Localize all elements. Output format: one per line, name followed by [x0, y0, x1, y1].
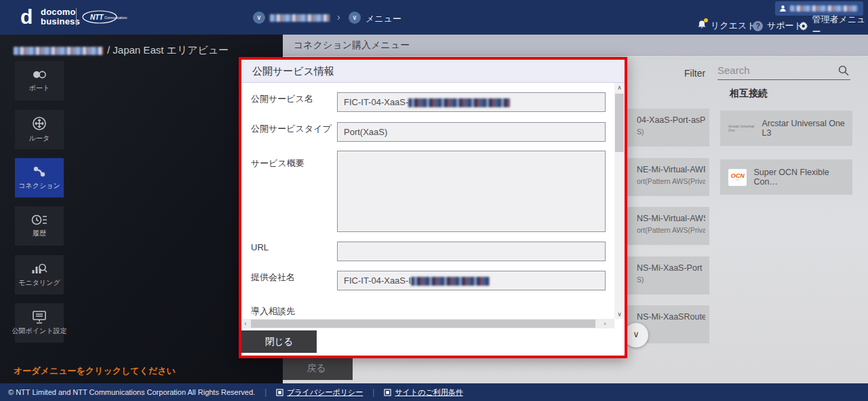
user-icon [779, 5, 787, 12]
interconnect-card-label: Super OCN Flexible Con… [753, 168, 847, 187]
vertical-scroll-thumb[interactable] [615, 94, 624, 152]
ntt-communications-logo: NTT Communications [82, 9, 130, 24]
sidebar-item-label: 履歴 [33, 229, 46, 238]
tenant-title-redacted [14, 47, 103, 55]
copyright-text: © NTT Limited and NTT Communications Cor… [8, 388, 255, 396]
modal-title: 公開サービス情報 [241, 60, 625, 83]
field-label-consult: 導入相談先 [251, 305, 295, 318]
area-view-title: / Japan East エリアビュー [14, 44, 229, 57]
interconnection-heading: 相互接続 [730, 88, 768, 100]
header-nav-support[interactable]: ? サポート [753, 20, 803, 32]
scroll-down-button[interactable]: ∨ [624, 323, 648, 347]
history-icon [31, 214, 47, 226]
back-button[interactable]: 戻る [280, 356, 353, 380]
notification-dot [704, 18, 708, 22]
field-label-service-name: 公開サービス名 [251, 93, 313, 105]
horizontal-scroll-thumb[interactable] [251, 320, 595, 328]
search-icon[interactable] [838, 65, 849, 76]
scroll-left-arrow[interactable]: ‹ [241, 319, 250, 328]
search-input[interactable] [717, 62, 833, 79]
modal-horizontal-scrollbar[interactable]: ‹ › [241, 319, 614, 328]
breadcrumb-separator: › [337, 12, 340, 22]
service-card[interactable]: 04-XaaS-Port-asPath… S) [617, 109, 709, 147]
url-input[interactable] [337, 242, 606, 261]
chevron-down-icon[interactable]: ∨ [253, 12, 265, 24]
search-field [717, 62, 850, 80]
service-card[interactable]: NS-Mi-XaaS-Port S) [617, 256, 709, 294]
ocn-logo-sub: ━━━ [736, 179, 739, 181]
terms-link[interactable]: サイトのご利用条件 [384, 387, 462, 398]
service-card-title: NS-Mi-XaaSRouter [637, 312, 705, 322]
logo-divider [76, 8, 77, 26]
interconnect-card-arcstar[interactable]: Arcstar Universal One Arcstar Universal … [720, 111, 852, 146]
service-name-input[interactable]: FIC-IT-04-XaaS- [337, 92, 606, 112]
filter-label: Filter [684, 68, 705, 79]
service-card[interactable]: NE-Mi-Virtual-AWPri… ort(Pattern AWS(Pri… [617, 158, 709, 196]
redacted-text [408, 98, 510, 107]
summary-textarea[interactable] [337, 151, 606, 232]
service-type-input[interactable]: Port(XaaS) [337, 122, 606, 142]
docomo-logo-glyph: d [20, 5, 33, 28]
interconnect-card-label: Arcstar Universal One L3 [762, 119, 847, 138]
header-nav-requests[interactable]: リクエスト [697, 20, 756, 32]
sidebar-item-history[interactable]: 履歴 [15, 206, 64, 246]
logo-line2: business [41, 17, 80, 26]
company-value: FIC-IT-04-XaaS-I [344, 275, 411, 286]
connection-icon [31, 165, 47, 178]
sidebar-item-connection[interactable]: コネクション [15, 158, 64, 197]
sidebar-item-label: 公開ポイント設定 [12, 326, 67, 336]
service-card-subtitle: ort(Pattern AWS(Private V… [637, 177, 705, 185]
help-icon: ? [753, 21, 763, 31]
service-card-subtitle: S) [637, 275, 705, 284]
public-service-info-modal: 公開サービス情報 公開サービス名 FIC-IT-04-XaaS- 公開サービスタ… [239, 57, 627, 358]
service-card[interactable]: NS-Mi-Virtual-AWS ort(Pattern AWS(Privat… [617, 207, 709, 245]
breadcrumb-menu[interactable]: メニュー [366, 13, 401, 25]
logo-line1: docomo [41, 7, 80, 17]
privacy-policy-link[interactable]: プライバシーポリシー [276, 387, 363, 398]
sidebar-item-label: ルータ [29, 134, 50, 143]
gear-icon [799, 21, 808, 31]
field-label-url: URL [251, 242, 269, 252]
svg-text:Communications: Communications [104, 16, 127, 20]
monitoring-icon [31, 262, 47, 275]
sidebar-item-public-point-settings[interactable]: 公開ポイント設定 [15, 303, 64, 343]
app-header: d docomo business NTT Communications ∨ ›… [0, 0, 868, 35]
service-card-title: NS-Mi-Virtual-AWS [637, 214, 705, 223]
field-label-company: 提供会社名 [251, 271, 295, 284]
external-link-icon [384, 389, 391, 396]
field-label-service-type: 公開サービスタイプ [251, 123, 332, 135]
interconnect-card-ocn[interactable]: OCN ━━━ Super OCN Flexible Con… [720, 159, 852, 195]
close-button[interactable]: 閉じる [241, 330, 317, 353]
scroll-down-arrow[interactable]: ∨ [614, 309, 625, 319]
svg-text:NTT: NTT [90, 14, 104, 21]
order-menu-hint: オーダメニューをクリックしてください [14, 365, 176, 377]
scroll-right-arrow[interactable]: › [601, 319, 609, 328]
external-link-icon [276, 389, 283, 396]
sidebar-item-monitoring[interactable]: モニタリング [15, 255, 64, 294]
service-card-subtitle: S) [637, 128, 705, 136]
service-type-value: Port(XaaS) [344, 127, 387, 137]
tenant-name-redacted[interactable] [270, 14, 330, 22]
area-view-title-text: / Japan East エリアビュー [107, 44, 229, 56]
panel-title: コネクション購入メニュー [294, 39, 410, 52]
company-input[interactable]: FIC-IT-04-XaaS-I [337, 271, 606, 290]
service-card-title: NE-Mi-Virtual-AWPri… [637, 165, 705, 174]
support-label: サポート [767, 20, 803, 32]
docomo-business-logo: docomo business [41, 7, 80, 26]
field-label-summary: サービス概要 [251, 157, 304, 170]
modal-vertical-scrollbar[interactable]: ∧ ∨ [614, 83, 625, 319]
terms-label: サイトのご利用条件 [395, 387, 462, 398]
bell-icon [697, 20, 707, 33]
scroll-up-arrow[interactable]: ∧ [614, 83, 625, 92]
sidebar-item-port[interactable]: ポート [15, 61, 64, 100]
sidebar-item-router[interactable]: ルータ [15, 110, 64, 149]
sidebar-item-label: モニタリング [18, 278, 60, 288]
service-card-title: NS-Mi-XaaS-Port [637, 263, 705, 273]
router-icon [32, 116, 47, 131]
privacy-policy-label: プライバシーポリシー [287, 387, 363, 398]
user-name-redacted [790, 5, 858, 12]
ocn-logo: OCN ━━━ [728, 169, 747, 186]
chevron-down-icon[interactable]: ∨ [349, 12, 361, 24]
panel-titlebar: コネクション購入メニュー [283, 35, 868, 56]
header-nav-admin-menu[interactable]: 管理者メニュー [799, 20, 868, 32]
